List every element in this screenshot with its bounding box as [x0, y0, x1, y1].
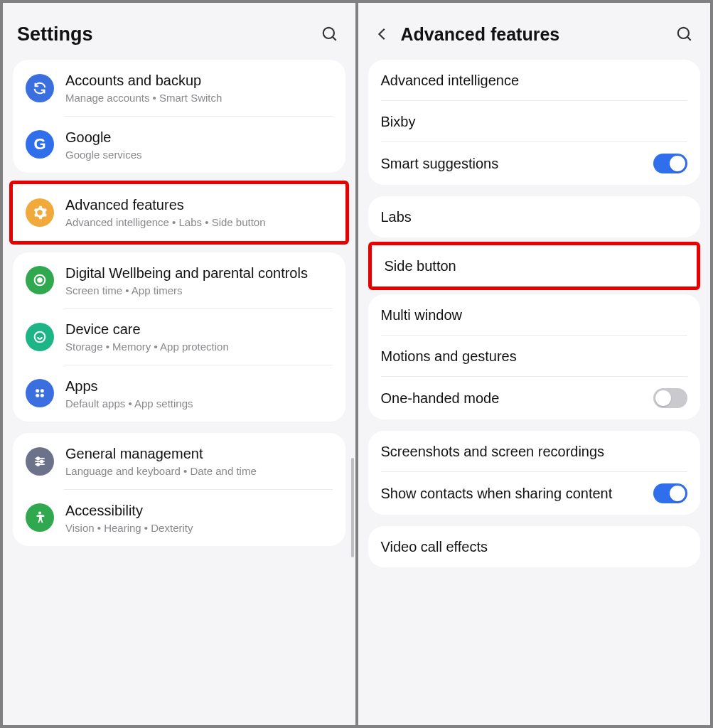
settings-row-accounts-backup[interactable]: Accounts and backup Manage accounts • Sm… [13, 60, 345, 117]
row-subtitle: Advanced intelligence • Labs • Side butt… [65, 215, 333, 230]
row-text: Google Google services [65, 128, 333, 162]
row-subtitle: Language and keyboard • Date and time [65, 464, 333, 478]
row-title: Device care [65, 320, 333, 338]
gear-icon [26, 198, 54, 227]
search-button[interactable] [673, 23, 696, 46]
row-title: Video call effects [381, 537, 488, 556]
svg-line-1 [332, 37, 336, 41]
sliders-icon [26, 447, 54, 476]
row-text: Advanced features Advanced intelligence … [65, 196, 333, 230]
svg-point-5 [36, 389, 39, 392]
advanced-features-header: Advanced features [358, 3, 711, 60]
advanced-features-screen: Advanced features Advanced intelligence … [358, 3, 711, 725]
settings-group-highlighted: Advanced features Advanced intelligence … [9, 181, 349, 245]
wellbeing-icon [26, 266, 54, 294]
af-group: Advanced intelligence Bixby Smart sugges… [368, 60, 701, 185]
svg-point-3 [38, 279, 42, 283]
af-group: Labs [368, 196, 701, 237]
settings-row-accessibility[interactable]: Accessibility Vision • Hearing • Dexteri… [13, 490, 345, 547]
chevron-left-icon [375, 26, 390, 42]
search-icon [675, 25, 694, 43]
advanced-features-content[interactable]: Advanced intelligence Bixby Smart sugges… [358, 60, 711, 725]
svg-point-12 [41, 460, 43, 462]
row-title: Advanced intelligence [381, 71, 520, 90]
svg-line-17 [687, 37, 691, 41]
af-row-motions-gestures[interactable]: Motions and gestures [368, 336, 701, 377]
apps-icon [26, 379, 54, 407]
svg-point-8 [41, 394, 44, 397]
af-row-one-handed-mode[interactable]: One-handed mode [368, 377, 701, 419]
af-row-labs[interactable]: Labs [368, 196, 701, 237]
svg-point-15 [38, 512, 41, 515]
settings-row-device-care[interactable]: Device care Storage • Memory • App prote… [13, 309, 345, 365]
settings-header: Settings [3, 3, 355, 60]
settings-content[interactable]: Accounts and backup Manage accounts • Sm… [3, 60, 355, 725]
svg-point-7 [36, 394, 39, 397]
row-title: One-handed mode [381, 389, 643, 407]
settings-screen: Settings Accounts and backup Manage acco… [3, 3, 355, 725]
row-title: Apps [65, 377, 333, 395]
device-care-icon [26, 323, 54, 351]
accessibility-icon [26, 503, 54, 532]
af-group-highlighted: Side button [368, 242, 701, 290]
settings-row-wellbeing[interactable]: Digital Wellbeing and parental controls … [13, 252, 345, 309]
af-row-multi-window[interactable]: Multi window [368, 294, 701, 336]
row-subtitle: Storage • Memory • App protection [65, 340, 333, 354]
row-subtitle: Vision • Hearing • Dexterity [65, 521, 333, 535]
row-title: Digital Wellbeing and parental controls [65, 264, 333, 282]
settings-row-advanced-features[interactable]: Advanced features Advanced intelligence … [13, 184, 345, 241]
svg-point-4 [35, 331, 45, 342]
page-title: Settings [17, 23, 310, 46]
row-subtitle: Screen time • App timers [65, 284, 333, 298]
settings-group: General management Language and keyboard… [13, 433, 345, 546]
row-text: Digital Wellbeing and parental controls … [65, 264, 333, 298]
row-title: Bixby [381, 112, 416, 131]
row-title: Advanced features [65, 196, 333, 214]
settings-group: Digital Wellbeing and parental controls … [13, 252, 345, 422]
row-title: Screenshots and screen recordings [381, 442, 605, 461]
row-title: Motions and gestures [381, 347, 517, 365]
row-title: General management [65, 444, 333, 463]
row-text: Accounts and backup Manage accounts • Sm… [65, 71, 333, 105]
search-icon [321, 25, 339, 43]
af-row-smart-suggestions[interactable]: Smart suggestions [368, 142, 701, 185]
row-text: Accessibility Vision • Hearing • Dexteri… [65, 501, 333, 535]
row-title: Accessibility [65, 501, 333, 520]
google-icon: G [26, 130, 54, 159]
af-group: Screenshots and screen recordings Show c… [368, 431, 701, 515]
af-row-video-call-effects[interactable]: Video call effects [368, 526, 701, 567]
settings-row-general-management[interactable]: General management Language and keyboard… [13, 433, 345, 490]
svg-point-0 [323, 28, 333, 38]
settings-row-google[interactable]: G Google Google services [13, 117, 345, 173]
svg-point-6 [41, 389, 44, 392]
af-row-advanced-intelligence[interactable]: Advanced intelligence [368, 60, 701, 101]
row-title: Multi window [381, 306, 462, 324]
af-row-show-contacts[interactable]: Show contacts when sharing content [368, 472, 701, 515]
svg-point-16 [678, 28, 689, 38]
af-group: Video call effects [368, 526, 701, 567]
settings-row-apps[interactable]: Apps Default apps • App settings [13, 365, 345, 422]
search-button[interactable] [318, 23, 341, 46]
row-title: Google [65, 128, 333, 146]
row-subtitle: Google services [65, 148, 333, 162]
row-title: Show contacts when sharing content [381, 484, 643, 503]
svg-point-14 [37, 463, 39, 465]
row-title: Labs [381, 208, 412, 226]
scrollbar[interactable] [351, 458, 354, 557]
row-subtitle: Default apps • App settings [65, 397, 333, 411]
show-contacts-toggle[interactable] [653, 483, 687, 503]
af-row-side-button[interactable]: Side button [372, 245, 697, 287]
row-text: Apps Default apps • App settings [65, 377, 333, 411]
sync-icon [26, 74, 54, 102]
back-button[interactable] [372, 24, 392, 44]
af-row-bixby[interactable]: Bixby [368, 101, 701, 142]
smart-suggestions-toggle[interactable] [653, 154, 687, 173]
af-row-screenshots[interactable]: Screenshots and screen recordings [368, 431, 701, 472]
settings-group: Accounts and backup Manage accounts • Sm… [13, 60, 345, 173]
svg-point-10 [37, 457, 39, 459]
row-subtitle: Manage accounts • Smart Switch [65, 91, 333, 105]
af-group: Multi window Motions and gestures One-ha… [368, 294, 701, 419]
row-text: General management Language and keyboard… [65, 444, 333, 478]
row-title: Side button [385, 257, 456, 275]
one-handed-mode-toggle[interactable] [653, 388, 687, 408]
